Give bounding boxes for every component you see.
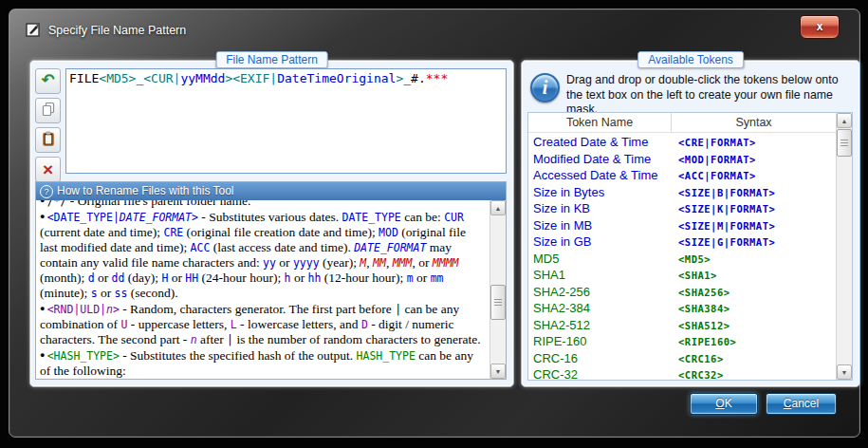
token-name-cell: SHA1 <box>528 267 671 284</box>
group-label-available-tokens: Available Tokens <box>637 51 744 68</box>
token-name-cell: CRC-32 <box>528 366 671 380</box>
close-button[interactable]: x <box>800 15 840 39</box>
token-syntax-cell: <RIPE160> <box>671 334 736 351</box>
token-row[interactable]: CRC-32<CRC32> <box>528 365 836 380</box>
token-table-body: Created Date & Time<CRE|FORMAT>Modified … <box>528 133 836 380</box>
tokens-instructions: Drag and drop or double-click the tokens… <box>566 73 854 118</box>
help-line: ● <DATE_TYPE|DATE_FORMAT> - Substitutes … <box>40 209 486 301</box>
thumb-grip-icon <box>494 299 502 307</box>
token-name-cell: RIPE-160 <box>528 333 671 350</box>
copy-icon <box>41 102 56 121</box>
pattern-toolbar: ↶ × <box>35 68 62 186</box>
token-syntax-cell: <SIZE|G|FORMAT> <box>671 234 775 252</box>
pattern-input[interactable]: FILE<MD5>_<CUR|yyMMdd><EXIF|DateTimeOrig… <box>65 68 507 174</box>
close-x-icon: x <box>817 20 823 33</box>
token-name-cell: Size in GB <box>528 233 671 251</box>
clipboard-icon <box>41 131 56 150</box>
help-panel: ? How to Rename Files with this Tool ● /… <box>35 181 507 380</box>
token-row[interactable]: RIPE-160<RIPE160> <box>528 332 836 349</box>
token-name-cell: Size in MB <box>528 217 671 234</box>
rename-pencil-icon <box>26 22 42 38</box>
token-row[interactable]: Accessed Date & Time<ACC|FORMAT> <box>528 166 836 183</box>
token-syntax-cell: <SIZE|K|FORMAT> <box>671 201 775 218</box>
scroll-down-arrow-icon[interactable]: ▼ <box>490 364 506 379</box>
token-syntax-cell: <ACC|FORMAT> <box>671 168 756 185</box>
undo-arrow-icon: ↶ <box>41 72 54 88</box>
available-tokens-group: Available Tokens i Drag and drop or doub… <box>521 60 860 387</box>
thumb-grip-icon <box>840 140 848 147</box>
help-title: How to Rename Files with this Tool <box>57 184 234 197</box>
copy-button[interactable] <box>35 98 61 123</box>
token-name-cell: SHA2-512 <box>528 317 671 334</box>
token-row[interactable]: Size in MB<SIZE|M|FORMAT> <box>528 216 836 233</box>
token-row[interactable]: Size in GB<SIZE|G|FORMAT> <box>528 233 836 250</box>
token-syntax-cell: <CRC32> <box>671 367 724 380</box>
help-line: ● /*/ - Original file's parent folder na… <box>40 200 486 209</box>
help-question-icon: ? <box>40 185 53 198</box>
paste-button[interactable] <box>35 127 61 153</box>
token-name-cell: Accessed Date & Time <box>528 167 671 184</box>
undo-button[interactable]: ↶ <box>35 68 61 94</box>
group-label-file-name-pattern: File Name Pattern <box>215 51 328 68</box>
token-name-cell: CRC-16 <box>528 350 671 367</box>
token-table: Token Name Syntax Created Date & Time<CR… <box>527 112 853 381</box>
token-row[interactable]: Created Date & Time<CRE|FORMAT> <box>528 133 836 150</box>
token-row[interactable]: CRC-16<CRC16> <box>528 349 836 366</box>
help-line: ● <RND|ULD|n> - Random, characters gener… <box>40 301 486 347</box>
scroll-up-arrow-icon[interactable]: ▲ <box>837 113 852 128</box>
token-syntax-cell: <SHA1> <box>671 268 717 285</box>
dialog-title: Specify File Name Pattern <box>48 24 186 37</box>
token-name-cell: Size in KB <box>528 200 671 217</box>
token-syntax-cell: <CRE|FORMAT> <box>671 135 756 152</box>
red-x-icon: × <box>43 160 53 178</box>
table-scrollbar[interactable]: ▲ ▼ <box>836 113 852 380</box>
ok-button[interactable]: OK <box>690 393 758 415</box>
token-name-cell: SHA2-256 <box>528 284 671 301</box>
token-name-cell: Created Date & Time <box>528 134 671 151</box>
token-syntax-cell: <SHA384> <box>671 301 730 318</box>
pattern-text: FILE<MD5>_<CUR|yyMMdd><EXIF|DateTimeOrig… <box>66 69 506 87</box>
clear-button[interactable]: × <box>35 157 61 182</box>
info-icon: i <box>530 73 560 103</box>
token-row[interactable]: MD5<MD5> <box>528 250 836 267</box>
column-header-token-name[interactable]: Token Name <box>528 113 672 132</box>
token-row[interactable]: SHA2-256<SHA256> <box>528 283 836 300</box>
help-line: ● <HASH_TYPE> - Substitutes the specifie… <box>40 347 486 379</box>
help-scrollbar[interactable]: ▲ ▼ <box>489 200 506 379</box>
token-name-cell: Modified Date & Time <box>528 151 671 168</box>
help-content: ● /*/ - Original file's parent folder na… <box>36 200 489 379</box>
file-name-pattern-group: File Name Pattern ↶ <box>29 60 514 387</box>
token-row[interactable]: Modified Date & Time<MOD|FORMAT> <box>528 150 836 167</box>
token-table-header: Token Name Syntax <box>528 113 836 133</box>
token-row[interactable]: Size in KB<SIZE|K|FORMAT> <box>528 199 836 216</box>
dialog-window: Specify File Name Pattern x File Name Pa… <box>9 9 860 438</box>
scroll-up-arrow-icon[interactable]: ▲ <box>490 200 506 215</box>
help-header: ? How to Rename Files with this Tool <box>36 182 506 200</box>
token-row[interactable]: Size in Bytes<SIZE|B|FORMAT> <box>528 183 836 200</box>
token-name-cell: Size in Bytes <box>528 184 671 201</box>
scroll-down-arrow-icon[interactable]: ▼ <box>837 364 852 380</box>
token-name-cell: MD5 <box>528 251 671 268</box>
cancel-button[interactable]: Cancel <box>766 393 837 415</box>
column-header-syntax[interactable]: Syntax <box>672 113 836 132</box>
table-scrollbar-thumb[interactable] <box>837 129 852 157</box>
token-row[interactable]: SHA2-512<SHA512> <box>528 316 836 333</box>
help-scrollbar-thumb[interactable] <box>490 285 506 320</box>
token-row[interactable]: SHA1<SHA1> <box>528 266 836 283</box>
token-row[interactable]: SHA2-384<SHA384> <box>528 299 836 316</box>
token-name-cell: SHA2-384 <box>528 300 671 317</box>
